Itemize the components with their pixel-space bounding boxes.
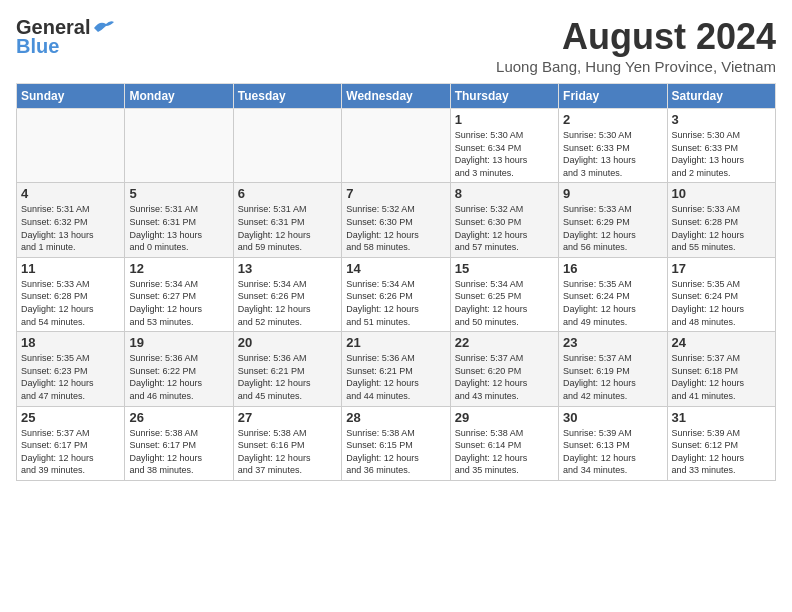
day-info: Sunrise: 5:35 AM Sunset: 6:24 PM Dayligh… [672,278,771,328]
calendar-day-14: 14Sunrise: 5:34 AM Sunset: 6:26 PM Dayli… [342,257,450,331]
day-info: Sunrise: 5:31 AM Sunset: 6:32 PM Dayligh… [21,203,120,253]
calendar-day-6: 6Sunrise: 5:31 AM Sunset: 6:31 PM Daylig… [233,183,341,257]
weekday-header-monday: Monday [125,84,233,109]
day-info: Sunrise: 5:32 AM Sunset: 6:30 PM Dayligh… [346,203,445,253]
weekday-header-friday: Friday [559,84,667,109]
day-info: Sunrise: 5:34 AM Sunset: 6:26 PM Dayligh… [346,278,445,328]
calendar-day-30: 30Sunrise: 5:39 AM Sunset: 6:13 PM Dayli… [559,406,667,480]
calendar-day-11: 11Sunrise: 5:33 AM Sunset: 6:28 PM Dayli… [17,257,125,331]
weekday-header-tuesday: Tuesday [233,84,341,109]
day-info: Sunrise: 5:31 AM Sunset: 6:31 PM Dayligh… [129,203,228,253]
day-info: Sunrise: 5:37 AM Sunset: 6:19 PM Dayligh… [563,352,662,402]
day-info: Sunrise: 5:38 AM Sunset: 6:16 PM Dayligh… [238,427,337,477]
calendar-day-8: 8Sunrise: 5:32 AM Sunset: 6:30 PM Daylig… [450,183,558,257]
day-info: Sunrise: 5:34 AM Sunset: 6:26 PM Dayligh… [238,278,337,328]
calendar-day-2: 2Sunrise: 5:30 AM Sunset: 6:33 PM Daylig… [559,109,667,183]
day-number: 6 [238,186,337,201]
calendar-day-4: 4Sunrise: 5:31 AM Sunset: 6:32 PM Daylig… [17,183,125,257]
calendar-day-9: 9Sunrise: 5:33 AM Sunset: 6:29 PM Daylig… [559,183,667,257]
day-info: Sunrise: 5:36 AM Sunset: 6:21 PM Dayligh… [238,352,337,402]
calendar-week-5: 25Sunrise: 5:37 AM Sunset: 6:17 PM Dayli… [17,406,776,480]
calendar-day-23: 23Sunrise: 5:37 AM Sunset: 6:19 PM Dayli… [559,332,667,406]
day-number: 14 [346,261,445,276]
day-number: 18 [21,335,120,350]
calendar-empty-cell [17,109,125,183]
day-info: Sunrise: 5:39 AM Sunset: 6:13 PM Dayligh… [563,427,662,477]
day-number: 27 [238,410,337,425]
day-info: Sunrise: 5:33 AM Sunset: 6:28 PM Dayligh… [672,203,771,253]
logo-bird-icon [92,18,116,38]
calendar-day-21: 21Sunrise: 5:36 AM Sunset: 6:21 PM Dayli… [342,332,450,406]
day-number: 12 [129,261,228,276]
calendar-day-31: 31Sunrise: 5:39 AM Sunset: 6:12 PM Dayli… [667,406,775,480]
day-number: 9 [563,186,662,201]
day-number: 19 [129,335,228,350]
month-year-title: August 2024 [496,16,776,58]
calendar-day-7: 7Sunrise: 5:32 AM Sunset: 6:30 PM Daylig… [342,183,450,257]
calendar-day-27: 27Sunrise: 5:38 AM Sunset: 6:16 PM Dayli… [233,406,341,480]
day-number: 17 [672,261,771,276]
weekday-header-sunday: Sunday [17,84,125,109]
day-info: Sunrise: 5:38 AM Sunset: 6:15 PM Dayligh… [346,427,445,477]
day-info: Sunrise: 5:31 AM Sunset: 6:31 PM Dayligh… [238,203,337,253]
day-info: Sunrise: 5:38 AM Sunset: 6:14 PM Dayligh… [455,427,554,477]
day-number: 5 [129,186,228,201]
calendar-empty-cell [342,109,450,183]
calendar-day-26: 26Sunrise: 5:38 AM Sunset: 6:17 PM Dayli… [125,406,233,480]
calendar-day-24: 24Sunrise: 5:37 AM Sunset: 6:18 PM Dayli… [667,332,775,406]
day-info: Sunrise: 5:36 AM Sunset: 6:21 PM Dayligh… [346,352,445,402]
day-info: Sunrise: 5:33 AM Sunset: 6:28 PM Dayligh… [21,278,120,328]
day-number: 24 [672,335,771,350]
day-info: Sunrise: 5:39 AM Sunset: 6:12 PM Dayligh… [672,427,771,477]
day-number: 20 [238,335,337,350]
calendar-empty-cell [233,109,341,183]
day-number: 11 [21,261,120,276]
day-number: 1 [455,112,554,127]
weekday-header-wednesday: Wednesday [342,84,450,109]
calendar-day-13: 13Sunrise: 5:34 AM Sunset: 6:26 PM Dayli… [233,257,341,331]
day-number: 7 [346,186,445,201]
calendar-day-5: 5Sunrise: 5:31 AM Sunset: 6:31 PM Daylig… [125,183,233,257]
calendar-empty-cell [125,109,233,183]
weekday-header-saturday: Saturday [667,84,775,109]
day-info: Sunrise: 5:36 AM Sunset: 6:22 PM Dayligh… [129,352,228,402]
calendar-day-20: 20Sunrise: 5:36 AM Sunset: 6:21 PM Dayli… [233,332,341,406]
calendar-day-12: 12Sunrise: 5:34 AM Sunset: 6:27 PM Dayli… [125,257,233,331]
day-number: 16 [563,261,662,276]
day-number: 22 [455,335,554,350]
calendar-week-2: 4Sunrise: 5:31 AM Sunset: 6:32 PM Daylig… [17,183,776,257]
calendar-day-28: 28Sunrise: 5:38 AM Sunset: 6:15 PM Dayli… [342,406,450,480]
day-info: Sunrise: 5:32 AM Sunset: 6:30 PM Dayligh… [455,203,554,253]
day-number: 31 [672,410,771,425]
calendar-day-25: 25Sunrise: 5:37 AM Sunset: 6:17 PM Dayli… [17,406,125,480]
calendar-week-4: 18Sunrise: 5:35 AM Sunset: 6:23 PM Dayli… [17,332,776,406]
calendar-day-15: 15Sunrise: 5:34 AM Sunset: 6:25 PM Dayli… [450,257,558,331]
day-info: Sunrise: 5:33 AM Sunset: 6:29 PM Dayligh… [563,203,662,253]
day-info: Sunrise: 5:35 AM Sunset: 6:24 PM Dayligh… [563,278,662,328]
day-info: Sunrise: 5:37 AM Sunset: 6:17 PM Dayligh… [21,427,120,477]
calendar-day-17: 17Sunrise: 5:35 AM Sunset: 6:24 PM Dayli… [667,257,775,331]
day-number: 29 [455,410,554,425]
calendar-day-16: 16Sunrise: 5:35 AM Sunset: 6:24 PM Dayli… [559,257,667,331]
header: General Blue August 2024 Luong Bang, Hun… [16,16,776,75]
logo-blue: Blue [16,35,59,58]
calendar-day-1: 1Sunrise: 5:30 AM Sunset: 6:34 PM Daylig… [450,109,558,183]
calendar-day-18: 18Sunrise: 5:35 AM Sunset: 6:23 PM Dayli… [17,332,125,406]
day-number: 2 [563,112,662,127]
day-info: Sunrise: 5:30 AM Sunset: 6:33 PM Dayligh… [563,129,662,179]
calendar-day-22: 22Sunrise: 5:37 AM Sunset: 6:20 PM Dayli… [450,332,558,406]
calendar-day-3: 3Sunrise: 5:30 AM Sunset: 6:33 PM Daylig… [667,109,775,183]
calendar-day-29: 29Sunrise: 5:38 AM Sunset: 6:14 PM Dayli… [450,406,558,480]
day-info: Sunrise: 5:30 AM Sunset: 6:34 PM Dayligh… [455,129,554,179]
calendar-day-10: 10Sunrise: 5:33 AM Sunset: 6:28 PM Dayli… [667,183,775,257]
calendar-table: SundayMondayTuesdayWednesdayThursdayFrid… [16,83,776,481]
day-info: Sunrise: 5:37 AM Sunset: 6:18 PM Dayligh… [672,352,771,402]
day-number: 30 [563,410,662,425]
day-number: 8 [455,186,554,201]
day-number: 21 [346,335,445,350]
day-info: Sunrise: 5:37 AM Sunset: 6:20 PM Dayligh… [455,352,554,402]
day-number: 28 [346,410,445,425]
day-number: 13 [238,261,337,276]
day-number: 3 [672,112,771,127]
title-area: August 2024 Luong Bang, Hung Yen Provinc… [496,16,776,75]
